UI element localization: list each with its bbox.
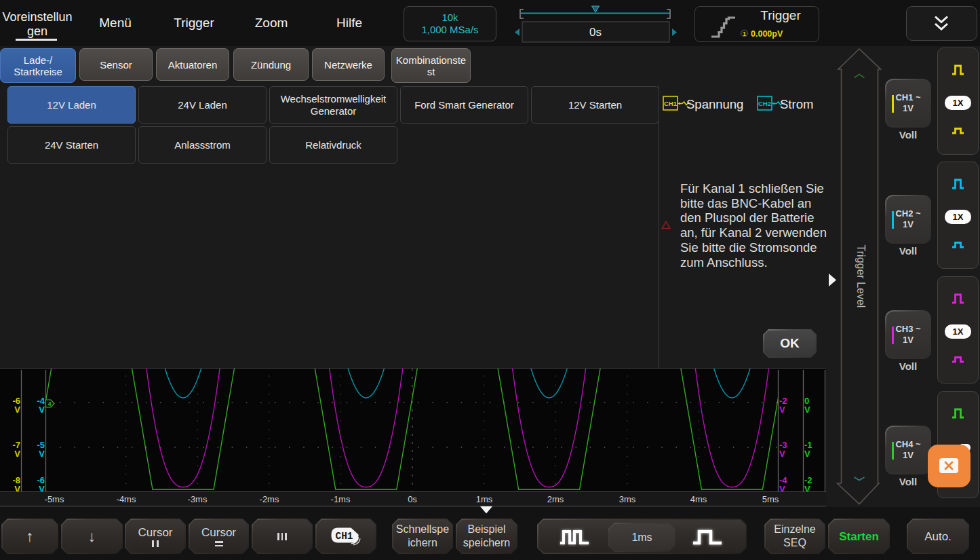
- svg-text:CH1: CH1: [664, 100, 678, 107]
- svg-text:0.000pV: 0.000pV: [751, 29, 783, 39]
- svg-text:CH1: CH1: [335, 531, 353, 542]
- svg-text:0s: 0s: [589, 26, 602, 39]
- svg-text:Trigger: Trigger: [760, 8, 801, 22]
- svg-text:4: 4: [48, 400, 52, 407]
- svg-text:1: 1: [743, 31, 746, 37]
- svg-text:CH2: CH2: [758, 100, 771, 107]
